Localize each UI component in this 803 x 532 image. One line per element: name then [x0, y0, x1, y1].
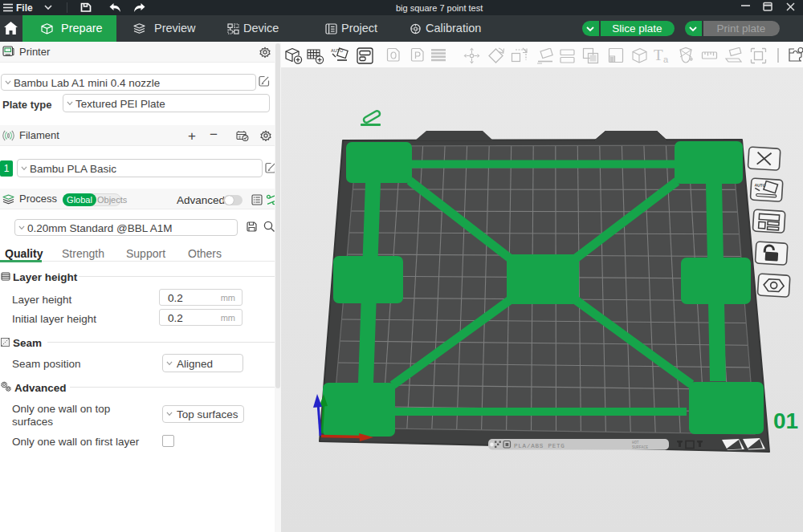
- svg-text:01: 01: [773, 408, 798, 433]
- svg-text:SURFACE: SURFACE: [632, 445, 648, 449]
- svg-text:a: a: [663, 55, 669, 64]
- svg-text:PLA/ABS PETG: PLA/ABS PETG: [514, 443, 565, 449]
- svg-text:HOT: HOT: [632, 441, 639, 445]
- svg-text:T: T: [654, 47, 663, 63]
